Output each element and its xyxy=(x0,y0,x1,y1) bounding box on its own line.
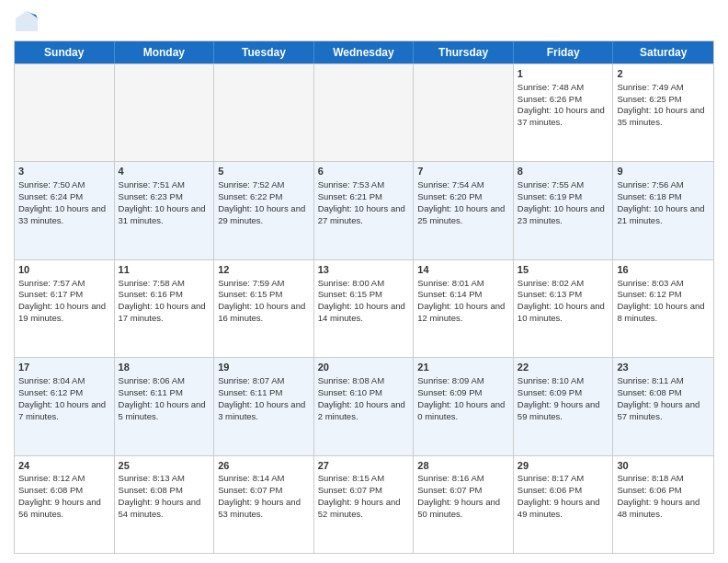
day-info: Sunrise: 8:14 AM Sunset: 6:07 PM Dayligh… xyxy=(218,473,301,518)
calendar-cell: 18Sunrise: 8:06 AM Sunset: 6:11 PM Dayli… xyxy=(115,358,215,454)
day-info: Sunrise: 7:56 AM Sunset: 6:18 PM Dayligh… xyxy=(617,179,704,224)
calendar-week-4: 17Sunrise: 8:04 AM Sunset: 6:12 PM Dayli… xyxy=(15,357,713,454)
calendar-cell xyxy=(115,64,215,161)
day-info: Sunrise: 8:00 AM Sunset: 6:15 PM Dayligh… xyxy=(318,278,405,323)
calendar-cell: 19Sunrise: 8:07 AM Sunset: 6:11 PM Dayli… xyxy=(214,358,314,454)
calendar-cell: 11Sunrise: 7:58 AM Sunset: 6:16 PM Dayli… xyxy=(115,260,215,357)
day-number: 7 xyxy=(417,165,509,178)
day-info: Sunrise: 7:57 AM Sunset: 6:17 PM Dayligh… xyxy=(18,278,106,323)
day-info: Sunrise: 7:52 AM Sunset: 6:22 PM Dayligh… xyxy=(218,179,305,224)
svg-marker-0 xyxy=(16,11,38,31)
calendar-cell: 9Sunrise: 7:56 AM Sunset: 6:18 PM Daylig… xyxy=(613,162,713,259)
day-info: Sunrise: 8:15 AM Sunset: 6:07 PM Dayligh… xyxy=(318,473,401,518)
calendar-cell: 25Sunrise: 8:13 AM Sunset: 6:08 PM Dayli… xyxy=(115,456,215,553)
calendar-cell: 4Sunrise: 7:51 AM Sunset: 6:23 PM Daylig… xyxy=(115,162,215,259)
day-info: Sunrise: 8:12 AM Sunset: 6:08 PM Dayligh… xyxy=(18,473,101,518)
day-number: 12 xyxy=(218,263,310,277)
day-number: 10 xyxy=(18,263,110,277)
day-number: 19 xyxy=(218,361,310,374)
day-number: 18 xyxy=(119,361,210,374)
day-number: 15 xyxy=(518,263,609,277)
logo xyxy=(14,9,43,35)
calendar-cell: 30Sunrise: 8:18 AM Sunset: 6:06 PM Dayli… xyxy=(613,456,713,553)
calendar-cell: 10Sunrise: 7:57 AM Sunset: 6:17 PM Dayli… xyxy=(15,260,115,357)
day-number: 17 xyxy=(18,361,110,374)
day-info: Sunrise: 8:17 AM Sunset: 6:06 PM Dayligh… xyxy=(518,473,600,518)
calendar-cell: 26Sunrise: 8:14 AM Sunset: 6:07 PM Dayli… xyxy=(214,456,314,553)
day-header-friday: Friday xyxy=(514,41,614,63)
day-info: Sunrise: 8:08 AM Sunset: 6:10 PM Dayligh… xyxy=(318,375,405,420)
day-info: Sunrise: 7:59 AM Sunset: 6:15 PM Dayligh… xyxy=(218,278,305,323)
day-number: 1 xyxy=(518,67,609,81)
day-header-tuesday: Tuesday xyxy=(214,41,314,63)
day-info: Sunrise: 8:16 AM Sunset: 6:07 PM Dayligh… xyxy=(417,473,500,518)
day-number: 2 xyxy=(617,67,710,81)
day-info: Sunrise: 8:01 AM Sunset: 6:14 PM Dayligh… xyxy=(417,278,505,323)
calendar-cell: 3Sunrise: 7:50 AM Sunset: 6:24 PM Daylig… xyxy=(15,162,115,259)
day-info: Sunrise: 8:11 AM Sunset: 6:08 PM Dayligh… xyxy=(617,375,700,420)
calendar-cell: 24Sunrise: 8:12 AM Sunset: 6:08 PM Dayli… xyxy=(15,456,115,553)
calendar-cell: 27Sunrise: 8:15 AM Sunset: 6:07 PM Dayli… xyxy=(314,456,415,553)
calendar-cell: 28Sunrise: 8:16 AM Sunset: 6:07 PM Dayli… xyxy=(414,456,514,553)
day-number: 28 xyxy=(417,459,509,473)
day-info: Sunrise: 7:53 AM Sunset: 6:21 PM Dayligh… xyxy=(318,179,405,224)
day-header-saturday: Saturday xyxy=(613,41,713,63)
day-number: 4 xyxy=(119,165,210,178)
calendar-week-1: 1Sunrise: 7:48 AM Sunset: 6:26 PM Daylig… xyxy=(15,63,713,161)
day-number: 23 xyxy=(617,361,710,374)
day-info: Sunrise: 7:54 AM Sunset: 6:20 PM Dayligh… xyxy=(417,179,505,224)
day-number: 13 xyxy=(318,263,410,277)
day-number: 30 xyxy=(617,459,710,473)
calendar-body: 1Sunrise: 7:48 AM Sunset: 6:26 PM Daylig… xyxy=(15,63,713,553)
page: SundayMondayTuesdayWednesdayThursdayFrid… xyxy=(0,0,728,563)
day-number: 29 xyxy=(518,459,609,473)
calendar-week-2: 3Sunrise: 7:50 AM Sunset: 6:24 PM Daylig… xyxy=(15,161,713,259)
calendar-cell xyxy=(15,64,115,161)
day-info: Sunrise: 8:13 AM Sunset: 6:08 PM Dayligh… xyxy=(119,473,201,518)
day-number: 22 xyxy=(518,361,609,374)
calendar-cell: 5Sunrise: 7:52 AM Sunset: 6:22 PM Daylig… xyxy=(214,162,314,259)
day-number: 16 xyxy=(617,263,710,277)
calendar-cell: 2Sunrise: 7:49 AM Sunset: 6:25 PM Daylig… xyxy=(613,64,713,161)
calendar-cell: 1Sunrise: 7:48 AM Sunset: 6:26 PM Daylig… xyxy=(514,64,614,161)
day-info: Sunrise: 8:02 AM Sunset: 6:13 PM Dayligh… xyxy=(518,278,605,323)
calendar-cell xyxy=(314,64,415,161)
calendar-cell: 29Sunrise: 8:17 AM Sunset: 6:06 PM Dayli… xyxy=(514,456,614,553)
calendar-cell xyxy=(414,64,514,161)
day-header-sunday: Sunday xyxy=(15,41,115,63)
header xyxy=(14,9,714,35)
calendar-cell: 6Sunrise: 7:53 AM Sunset: 6:21 PM Daylig… xyxy=(314,162,415,259)
day-info: Sunrise: 8:06 AM Sunset: 6:11 PM Dayligh… xyxy=(119,375,206,420)
day-number: 9 xyxy=(617,165,710,178)
day-number: 8 xyxy=(518,165,609,178)
calendar-cell: 23Sunrise: 8:11 AM Sunset: 6:08 PM Dayli… xyxy=(613,358,713,454)
calendar-cell: 17Sunrise: 8:04 AM Sunset: 6:12 PM Dayli… xyxy=(15,358,115,454)
day-info: Sunrise: 8:10 AM Sunset: 6:09 PM Dayligh… xyxy=(518,375,600,420)
calendar-cell: 16Sunrise: 8:03 AM Sunset: 6:12 PM Dayli… xyxy=(613,260,713,357)
day-info: Sunrise: 7:48 AM Sunset: 6:26 PM Dayligh… xyxy=(518,82,605,127)
day-number: 27 xyxy=(318,459,410,473)
calendar-cell xyxy=(214,64,314,161)
day-number: 20 xyxy=(318,361,410,374)
day-number: 26 xyxy=(218,459,310,473)
day-info: Sunrise: 8:09 AM Sunset: 6:09 PM Dayligh… xyxy=(417,375,505,420)
day-info: Sunrise: 7:51 AM Sunset: 6:23 PM Dayligh… xyxy=(119,179,206,224)
day-info: Sunrise: 7:49 AM Sunset: 6:25 PM Dayligh… xyxy=(617,82,704,127)
day-header-monday: Monday xyxy=(115,41,215,63)
day-number: 21 xyxy=(417,361,509,374)
day-header-wednesday: Wednesday xyxy=(314,41,415,63)
calendar-cell: 20Sunrise: 8:08 AM Sunset: 6:10 PM Dayli… xyxy=(314,358,415,454)
day-info: Sunrise: 7:55 AM Sunset: 6:19 PM Dayligh… xyxy=(518,179,605,224)
calendar-week-5: 24Sunrise: 8:12 AM Sunset: 6:08 PM Dayli… xyxy=(15,455,713,553)
calendar-cell: 14Sunrise: 8:01 AM Sunset: 6:14 PM Dayli… xyxy=(414,260,514,357)
day-number: 3 xyxy=(18,165,110,178)
calendar-cell: 8Sunrise: 7:55 AM Sunset: 6:19 PM Daylig… xyxy=(514,162,614,259)
calendar-cell: 7Sunrise: 7:54 AM Sunset: 6:20 PM Daylig… xyxy=(414,162,514,259)
day-number: 11 xyxy=(119,263,210,277)
day-number: 6 xyxy=(318,165,410,178)
calendar-header: SundayMondayTuesdayWednesdayThursdayFrid… xyxy=(15,41,713,63)
day-header-thursday: Thursday xyxy=(414,41,514,63)
day-number: 24 xyxy=(18,459,110,473)
day-number: 14 xyxy=(417,263,509,277)
day-info: Sunrise: 7:58 AM Sunset: 6:16 PM Dayligh… xyxy=(119,278,206,323)
